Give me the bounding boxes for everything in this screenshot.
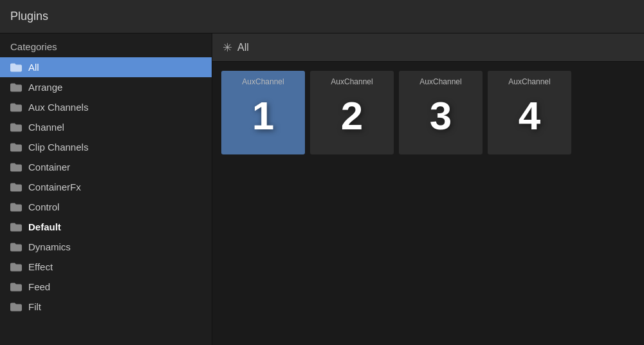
content-header-title: All <box>237 42 249 53</box>
folder-icon <box>10 223 22 232</box>
plugin-card-auxchannel4[interactable]: AuxChannel4 <box>488 71 571 154</box>
content-header: ✳ All <box>212 33 644 62</box>
plugin-card-label: AuxChannel <box>221 77 305 86</box>
plugin-card-label: AuxChannel <box>488 77 571 86</box>
sidebar-item-label: Feed <box>28 281 50 292</box>
sidebar-item-label: Effect <box>28 261 53 272</box>
plugin-card-number: 4 <box>519 96 540 136</box>
sidebar-item-label: Channel <box>28 122 64 133</box>
sidebar-item-label: Control <box>28 201 59 212</box>
sidebar: Categories AllArrangeAux ChannelsChannel… <box>0 33 212 345</box>
app-title: Plugins <box>10 10 48 23</box>
folder-icon <box>10 163 22 172</box>
sidebar-header: Categories <box>0 33 212 57</box>
plugins-grid: AuxChannel1AuxChannel2AuxChannel3AuxChan… <box>212 62 644 163</box>
folder-icon <box>10 263 22 272</box>
sidebar-item-default[interactable]: Default <box>0 217 212 237</box>
plugin-card-number: 1 <box>252 96 274 136</box>
plugin-card-auxchannel2[interactable]: AuxChannel2 <box>310 71 394 154</box>
main-layout: Categories AllArrangeAux ChannelsChannel… <box>0 33 644 345</box>
sidebar-item-feed[interactable]: Feed <box>0 277 212 297</box>
sidebar-item-aux-channels[interactable]: Aux Channels <box>0 97 212 117</box>
folder-icon <box>10 303 22 312</box>
sidebar-item-label: Clip Channels <box>28 142 88 153</box>
sidebar-item-clip-channels[interactable]: Clip Channels <box>0 137 212 157</box>
folder-icon <box>10 103 22 112</box>
plugin-card-number: 2 <box>341 96 363 136</box>
sidebar-item-label: All <box>28 62 39 73</box>
plugin-card-number: 3 <box>430 96 452 136</box>
folder-icon <box>10 283 22 292</box>
sidebar-item-label: Dynamics <box>28 241 71 252</box>
sidebar-item-all[interactable]: All <box>0 57 212 77</box>
plugin-card-auxchannel3[interactable]: AuxChannel3 <box>399 71 483 154</box>
sidebar-item-containerfx[interactable]: ContainerFx <box>0 177 212 197</box>
sidebar-item-dynamics[interactable]: Dynamics <box>0 237 212 257</box>
folder-icon <box>10 143 22 152</box>
sidebar-list: AllArrangeAux ChannelsChannelClip Channe… <box>0 57 212 345</box>
plugin-card-auxchannel1[interactable]: AuxChannel1 <box>221 71 305 154</box>
sidebar-item-label: Default <box>28 221 61 232</box>
sidebar-item-channel[interactable]: Channel <box>0 117 212 137</box>
asterisk-icon: ✳ <box>223 41 232 55</box>
sidebar-item-container[interactable]: Container <box>0 157 212 177</box>
sidebar-item-label: Filt <box>28 301 41 312</box>
sidebar-item-label: ContainerFx <box>28 182 81 192</box>
sidebar-item-effect[interactable]: Effect <box>0 257 212 277</box>
folder-icon <box>10 123 22 132</box>
title-bar: Plugins <box>0 0 644 33</box>
sidebar-item-label: Container <box>28 162 70 172</box>
folder-icon <box>10 243 22 252</box>
sidebar-item-arrange[interactable]: Arrange <box>0 77 212 97</box>
sidebar-item-control[interactable]: Control <box>0 197 212 217</box>
sidebar-item-label: Aux Channels <box>28 102 88 113</box>
folder-icon <box>10 83 22 92</box>
folder-icon <box>10 63 22 72</box>
plugin-card-label: AuxChannel <box>399 77 483 86</box>
sidebar-item-label: Arrange <box>28 82 62 93</box>
sidebar-item-filt[interactable]: Filt <box>0 297 212 317</box>
folder-icon <box>10 183 22 192</box>
plugin-card-label: AuxChannel <box>310 77 394 86</box>
content-area: ✳ All AuxChannel1AuxChannel2AuxChannel3A… <box>212 33 644 345</box>
folder-icon <box>10 203 22 212</box>
